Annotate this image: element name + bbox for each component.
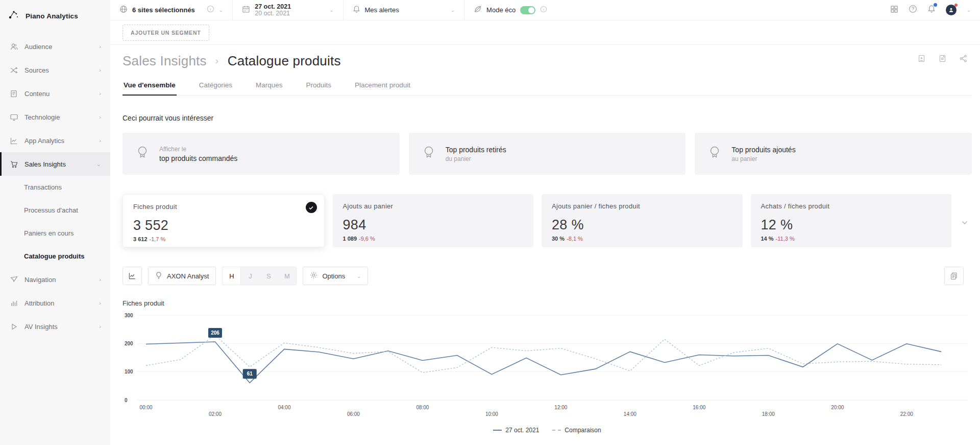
tab-marques[interactable]: Marques — [255, 76, 284, 95]
kpi-previous-value: 3 612 — [133, 236, 148, 242]
granularity-month[interactable]: M — [278, 267, 296, 285]
av-insights-play-icon — [9, 322, 18, 331]
report-file-icon[interactable] — [938, 54, 947, 65]
kpi-card-achats-fiches-produit[interactable]: Achats / fiches produit 12 % 14 %-11,3 % — [751, 194, 952, 247]
kpi-value: 984 — [343, 217, 524, 233]
suggestion-card-top-produits-retires[interactable]: Top produits retirés du panier — [409, 133, 686, 175]
sidebar-item-contenu[interactable]: Contenu › — [0, 82, 110, 105]
legend-label: 27 oct. 2021 — [505, 427, 539, 434]
svg-text:0: 0 — [125, 397, 128, 403]
axon-analyst-label: AXON Analyst — [167, 272, 209, 280]
kpi-expand-chevron-icon[interactable] — [962, 218, 968, 227]
chevron-down-icon[interactable]: ⌄ — [967, 7, 971, 13]
alerts-menu[interactable]: Mes alertes ⌄ — [344, 0, 465, 20]
user-avatar[interactable] — [946, 5, 957, 15]
data-table-button[interactable] — [944, 267, 964, 285]
gear-icon — [310, 271, 317, 280]
chart-legend: 27 oct. 2021 Comparaison — [122, 427, 972, 434]
medal-icon — [422, 145, 435, 162]
add-segment-button[interactable]: AJOUTER UN SEGMENT — [122, 25, 209, 41]
granularity-day[interactable]: J — [241, 267, 259, 285]
suggestion-title: Top produits ajoutés — [731, 146, 795, 154]
attribution-icon — [9, 298, 18, 308]
navigation-icon — [9, 275, 18, 284]
eco-mode-label: Mode éco — [486, 6, 516, 14]
sidebar-subitem-catalogue-produits[interactable]: Catalogue produits — [0, 245, 110, 268]
eco-mode-toggle[interactable] — [520, 6, 535, 14]
date-range-compare: 20 oct. 2021 — [255, 10, 291, 17]
tab-produits[interactable]: Produits — [305, 76, 333, 95]
info-icon — [207, 5, 214, 15]
chart-type-button[interactable] — [122, 267, 142, 285]
legend-item-comparison[interactable]: Comparaison — [552, 427, 601, 434]
tab-categories[interactable]: Catégories — [198, 76, 233, 95]
granularity-hour[interactable]: H — [223, 267, 241, 285]
svg-text:12:00: 12:00 — [554, 405, 567, 410]
kpi-value: 3 552 — [133, 218, 314, 233]
notifications-bell-icon[interactable] — [927, 5, 936, 15]
sidebar-item-sales-insights[interactable]: Sales Insights ⌄ — [0, 152, 110, 176]
app-title: Piano Analytics — [26, 12, 78, 20]
breadcrumb-parent[interactable]: Sales Insights — [122, 53, 207, 68]
chevron-right-icon: › — [99, 323, 101, 330]
sales-insights-cart-icon — [9, 159, 18, 169]
suggestion-card-top-produits-ajoutes[interactable]: Top produits ajoutés au panier — [695, 133, 972, 175]
sidebar-item-label: AV Insights — [24, 323, 99, 331]
breadcrumb: Sales Insights › Catalogue produits — [122, 53, 341, 69]
sidebar-item-navigation[interactable]: Navigation › — [0, 268, 110, 291]
tab-placement-produit[interactable]: Placement produit — [354, 76, 411, 95]
legend-item-current-period[interactable]: 27 oct. 2021 — [493, 427, 539, 434]
sidebar-item-technologie[interactable]: Technologie › — [0, 105, 110, 129]
site-selector-label: 6 sites sélectionnés — [132, 6, 195, 14]
sidebar-item-av-insights[interactable]: AV Insights › — [0, 315, 110, 338]
sidebar-item-audience[interactable]: Audience › — [0, 35, 110, 58]
sources-icon — [9, 65, 18, 75]
axon-analyst-button[interactable]: AXON Analyst — [148, 267, 216, 285]
kpi-delta: -8,1 % — [567, 236, 583, 242]
kpi-card-ajouts-au-panier[interactable]: Ajouts au panier 984 1 089-9,6 % — [333, 194, 534, 247]
sidebar-item-label: Sources — [24, 66, 99, 74]
svg-text:200: 200 — [125, 341, 133, 346]
calendar-icon — [242, 5, 250, 15]
logo[interactable]: Piano Analytics — [0, 4, 110, 28]
bookmark-icon[interactable] — [917, 54, 926, 65]
sidebar-item-sources[interactable]: Sources › — [0, 58, 110, 82]
kpi-card-fiches-produit[interactable]: Fiches produit 3 552 3 612-1,7 % — [122, 194, 325, 247]
svg-text:300: 300 — [125, 313, 133, 318]
sidebar-item-label: Sales Insights — [24, 160, 96, 168]
tab-vue-densemble[interactable]: Vue d'ensemble — [122, 76, 177, 95]
sidebar-subitem-processus-achat[interactable]: Processus d'achat — [0, 199, 110, 222]
line-chart[interactable]: 010020030000:0002:0004:0006:0008:0010:00… — [122, 309, 972, 424]
legend-label: Comparaison — [565, 427, 601, 434]
sidebar-subitem-paniers-en-cours[interactable]: Paniers en cours — [0, 222, 110, 245]
svg-text:20:00: 20:00 — [831, 405, 844, 410]
audience-icon — [9, 42, 18, 51]
header-actions — [917, 53, 972, 65]
sidebar-subitem-transactions[interactable]: Transactions — [0, 176, 110, 199]
suggestion-cards: Afficher le top produits commandés Top p… — [122, 133, 972, 175]
sidebar-item-attribution[interactable]: Attribution › — [0, 291, 110, 315]
kpi-previous-value: 30 % — [552, 236, 565, 242]
help-icon[interactable] — [909, 5, 917, 15]
chevron-down-icon: ⌄ — [219, 7, 223, 13]
date-range-picker[interactable]: 27 oct. 2021 20 oct. 2021 ⌄ — [233, 0, 343, 20]
sidebar: Piano Analytics Audience › Sources › Con… — [0, 0, 110, 445]
date-range-start: 27 oct. 2021 — [255, 4, 291, 10]
sidebar-item-app-analytics[interactable]: App Analytics › — [0, 129, 110, 152]
suggestion-card-top-produits-commandes[interactable]: Afficher le top produits commandés — [122, 133, 400, 175]
share-icon[interactable] — [959, 54, 968, 65]
eco-mode-section: Mode éco — [464, 0, 556, 20]
granularity-week[interactable]: S — [259, 267, 278, 285]
sidebar-item-label: Contenu — [24, 90, 99, 98]
options-button[interactable]: Options ⌄ — [303, 267, 368, 285]
kpi-delta: -1,7 % — [150, 236, 166, 242]
page-header: Sales Insights › Catalogue produits — [122, 53, 972, 69]
kpi-previous-value: 14 % — [761, 236, 774, 242]
apps-grid-icon[interactable] — [890, 5, 898, 15]
kpi-value: 12 % — [761, 217, 942, 233]
suggestion-pre-text: Afficher le — [159, 146, 237, 153]
site-selector[interactable]: 6 sites sélectionnés ⌄ — [110, 0, 233, 20]
kpi-card-ajouts-panier-fiches-produit[interactable]: Ajouts panier / fiches produit 28 % 30 %… — [542, 194, 743, 247]
solid-line-swatch — [493, 430, 502, 431]
granularity-switcher: H J S M — [222, 267, 297, 285]
